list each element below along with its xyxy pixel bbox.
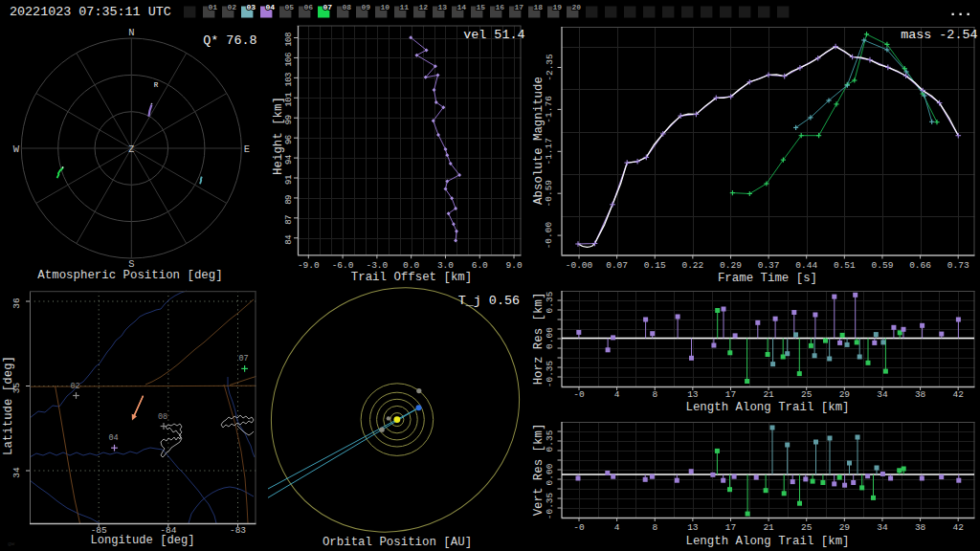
svg-text:Z: Z xyxy=(128,144,134,155)
svg-text:mass -2.54: mass -2.54 xyxy=(901,28,977,42)
svg-text:84: 84 xyxy=(284,235,294,245)
svg-text:34: 34 xyxy=(11,467,22,478)
svg-text:89: 89 xyxy=(284,195,294,205)
svg-text:N: N xyxy=(128,27,134,38)
svg-text:07: 07 xyxy=(323,3,332,11)
svg-text:0.07: 0.07 xyxy=(606,260,628,271)
svg-text:Latitude [deg]: Latitude [deg] xyxy=(2,356,15,455)
svg-text:0.59: 0.59 xyxy=(872,260,894,271)
svg-text:101: 101 xyxy=(284,93,294,107)
svg-text:34: 34 xyxy=(877,522,888,533)
svg-text:96: 96 xyxy=(284,135,294,144)
svg-text:0.73: 0.73 xyxy=(947,260,969,271)
svg-text:08: 08 xyxy=(158,412,167,422)
svg-text:20221023 07:35:11 UTC: 20221023 07:35:11 UTC xyxy=(10,5,171,19)
svg-text:4: 4 xyxy=(614,389,620,400)
svg-text:17: 17 xyxy=(725,389,736,400)
svg-text:16: 16 xyxy=(495,3,504,11)
svg-text:0.00: 0.00 xyxy=(545,463,555,485)
svg-text:17: 17 xyxy=(725,522,736,533)
svg-text:-6.0: -6.0 xyxy=(332,260,354,271)
svg-text:-3.0: -3.0 xyxy=(366,260,388,271)
svg-text:8: 8 xyxy=(652,522,657,533)
svg-text:14: 14 xyxy=(457,3,466,11)
svg-text:6.0: 6.0 xyxy=(472,260,488,271)
svg-text:-2.35: -2.35 xyxy=(545,54,555,81)
svg-text:15: 15 xyxy=(476,3,485,11)
svg-text:9.0: 9.0 xyxy=(505,260,522,271)
svg-text:-9.0: -9.0 xyxy=(298,260,320,271)
svg-text:21: 21 xyxy=(763,522,774,533)
svg-text:01: 01 xyxy=(208,3,217,11)
svg-text:11: 11 xyxy=(399,3,409,11)
svg-text:Length Along Trail [km]: Length Along Trail [km] xyxy=(685,401,849,414)
svg-text:Q* 76.8: Q* 76.8 xyxy=(203,33,256,48)
svg-text:-83: -83 xyxy=(230,525,246,536)
svg-text:42: 42 xyxy=(952,522,964,533)
svg-text:Trail Offset [km]: Trail Offset [km] xyxy=(351,271,472,284)
svg-text:36: 36 xyxy=(11,298,22,309)
svg-text:-0: -0 xyxy=(573,389,585,400)
svg-text:0.0: 0.0 xyxy=(403,260,419,271)
svg-text:Atmospheric Position [deg]: Atmospheric Position [deg] xyxy=(37,269,222,282)
svg-text:Horz Res [km]: Horz Res [km] xyxy=(532,293,546,386)
svg-text:-0.35: -0.35 xyxy=(545,360,555,387)
svg-text:04: 04 xyxy=(108,433,118,443)
svg-text:Frame Time [s]: Frame Time [s] xyxy=(718,272,817,285)
svg-text:21: 21 xyxy=(763,389,774,400)
svg-text:94: 94 xyxy=(284,155,294,165)
svg-text:0.35: 0.35 xyxy=(545,430,555,452)
svg-text:Absolute Magnitude: Absolute Magnitude xyxy=(532,77,546,205)
svg-text:34: 34 xyxy=(877,389,888,400)
svg-text:vel 51.4: vel 51.4 xyxy=(463,28,524,42)
svg-text:T_j 0.56: T_j 0.56 xyxy=(458,294,520,308)
svg-text:07: 07 xyxy=(238,354,248,364)
svg-text:05: 05 xyxy=(284,3,294,11)
svg-text:0.66: 0.66 xyxy=(909,260,931,271)
svg-text:02: 02 xyxy=(70,382,79,391)
svg-text:13: 13 xyxy=(687,522,699,533)
svg-text:R: R xyxy=(154,81,159,89)
svg-text:38: 38 xyxy=(915,522,926,533)
svg-text:106: 106 xyxy=(284,53,294,67)
svg-text:3.0: 3.0 xyxy=(437,260,454,271)
svg-text:103: 103 xyxy=(284,73,294,87)
svg-text:4: 4 xyxy=(614,522,620,533)
svg-text:Vert Res [km]: Vert Res [km] xyxy=(532,424,546,517)
svg-text:-0.00: -0.00 xyxy=(566,260,593,271)
svg-text:Longitude [deg]: Longitude [deg] xyxy=(91,534,195,547)
svg-text:91: 91 xyxy=(284,175,294,185)
svg-text:0.37: 0.37 xyxy=(758,260,780,271)
svg-text:19: 19 xyxy=(552,3,562,11)
svg-text:03: 03 xyxy=(246,3,256,11)
svg-text:09: 09 xyxy=(361,3,370,11)
svg-text:04: 04 xyxy=(265,3,275,11)
svg-text:Length Along Trail [km]: Length Along Trail [km] xyxy=(685,535,849,548)
svg-text:29: 29 xyxy=(839,522,851,533)
svg-text:38: 38 xyxy=(915,389,926,400)
svg-text:W: W xyxy=(13,143,20,155)
svg-text:-1.76: -1.76 xyxy=(545,96,555,123)
svg-text:Height [km]: Height [km] xyxy=(272,97,285,175)
svg-text:20: 20 xyxy=(571,3,581,11)
svg-text:8: 8 xyxy=(652,389,657,400)
svg-text:-0.35: -0.35 xyxy=(545,492,555,519)
svg-text:02: 02 xyxy=(227,3,236,11)
svg-text:13: 13 xyxy=(437,3,447,11)
svg-text:25: 25 xyxy=(801,389,813,400)
svg-text:Orbital Position [AU]: Orbital Position [AU] xyxy=(323,536,472,549)
svg-text:-0: -0 xyxy=(573,522,585,533)
svg-text:10: 10 xyxy=(380,3,390,11)
svg-text:E: E xyxy=(244,143,250,155)
svg-text:0.35: 0.35 xyxy=(545,291,555,313)
svg-text:108: 108 xyxy=(284,33,294,47)
svg-text:25: 25 xyxy=(801,522,813,533)
svg-text:06: 06 xyxy=(303,3,313,11)
svg-text:08: 08 xyxy=(342,3,351,11)
svg-text:-1.17: -1.17 xyxy=(545,138,555,165)
svg-text:-0.00: -0.00 xyxy=(545,222,555,250)
svg-text:12: 12 xyxy=(418,3,428,11)
svg-text:-0.59: -0.59 xyxy=(545,180,555,208)
svg-text:13: 13 xyxy=(687,389,699,400)
svg-text:29: 29 xyxy=(839,389,851,400)
